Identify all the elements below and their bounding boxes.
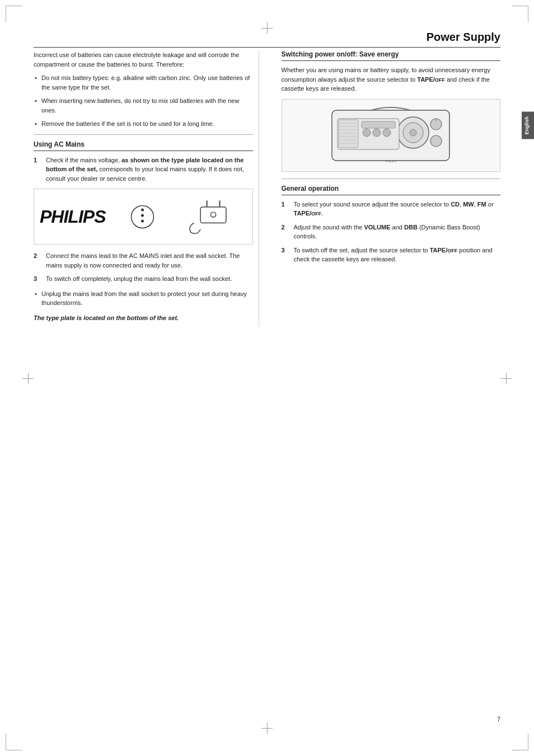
cross-mark-right <box>500 373 512 384</box>
divider-2 <box>282 179 501 179</box>
ac-step-2: 2 Connect the mains lead to the AC MAINS… <box>34 251 253 270</box>
right-column: Switching power on/off: Save energy Whet… <box>276 50 501 327</box>
bullet-list: Do not mix battery types: e.g. alkaline … <box>34 73 253 129</box>
svg-point-23 <box>373 129 381 137</box>
page-title-bar: Power Supply <box>34 31 500 48</box>
philips-shield-icon <box>130 204 155 229</box>
svg-point-3 <box>141 219 144 222</box>
list-item-thunderstorm: Unplug the mains lead from the wall sock… <box>34 289 253 308</box>
list-item: When inserting new batteries, do not try… <box>34 96 253 115</box>
left-column: Incorrect use of batteries can cause ele… <box>34 50 259 327</box>
list-item: Do not mix battery types: e.g. alkaline … <box>34 73 253 92</box>
svg-point-24 <box>383 129 391 137</box>
two-column-layout: Incorrect use of batteries can cause ele… <box>34 50 500 327</box>
content-area: Incorrect use of batteries can cause ele… <box>34 50 500 706</box>
general-step-1: 1 To select your sound source adjust the… <box>282 200 501 218</box>
svg-point-22 <box>363 129 371 137</box>
bullet-list-2: Unplug the mains lead from the wall sock… <box>34 289 253 308</box>
step-number: 1 <box>34 156 43 184</box>
step-number: 2 <box>34 251 43 270</box>
divider <box>34 134 253 135</box>
svg-point-7 <box>210 212 216 217</box>
svg-point-11 <box>410 129 416 136</box>
step-text: Adjust the sound with the VOLUME and DBB… <box>294 223 501 241</box>
device-image: PHILIPS <box>282 99 501 172</box>
step-number: 3 <box>34 274 43 284</box>
page-number: 7 <box>497 716 500 722</box>
device-illustration: PHILIPS <box>326 102 455 169</box>
switching-section-title: Switching power on/off: Save energy <box>282 50 501 61</box>
svg-rect-21 <box>362 121 395 128</box>
step-text: Check if the mains voltage, as shown on … <box>46 156 253 184</box>
ac-step-1: 1 Check if the mains voltage, as shown o… <box>34 156 253 184</box>
type-plate-note: The type plate is located on the bottom … <box>34 313 253 323</box>
svg-point-1 <box>141 208 144 211</box>
philips-brand-text: PHILIPS <box>40 206 105 227</box>
plug-illustration <box>180 194 247 239</box>
intro-text: Incorrect use of batteries can cause ele… <box>34 50 253 69</box>
ac-step-3: 3 To switch off completely, unplug the m… <box>34 274 253 284</box>
step-text: To select your sound source adjust the s… <box>294 200 501 218</box>
language-tab: English <box>522 112 534 139</box>
svg-text:PHILIPS: PHILIPS <box>386 159 397 163</box>
general-steps-list: 1 To select your sound source adjust the… <box>282 200 501 264</box>
philips-logo-box: PHILIPS <box>34 189 253 245</box>
general-step-2: 2 Adjust the sound with the VOLUME and D… <box>282 223 501 241</box>
ac-steps-list: 1 Check if the mains voltage, as shown o… <box>34 156 253 184</box>
svg-rect-4 <box>200 207 226 223</box>
svg-rect-13 <box>339 120 358 148</box>
general-section-title: General operation <box>282 185 501 195</box>
step-text: Connect the mains lead to the AC MAINS i… <box>46 251 253 270</box>
switching-text: Whether you are using mains or battery s… <box>282 65 501 93</box>
ac-section-title: Using AC Mains <box>34 140 253 151</box>
svg-point-2 <box>141 214 144 217</box>
step-number: 2 <box>282 223 291 241</box>
cross-mark-bottom <box>261 722 273 734</box>
general-step-3: 3 To switch off the set, adjust the sour… <box>282 246 501 264</box>
page-title: Power Supply <box>427 31 500 43</box>
svg-point-27 <box>430 135 442 147</box>
step-number: 3 <box>282 246 291 264</box>
step-text: To switch off completely, unplug the mai… <box>46 274 232 284</box>
cross-mark-left <box>22 373 34 384</box>
step-number: 1 <box>282 200 291 218</box>
corner-mark-tr <box>512 6 528 22</box>
corner-mark-br <box>512 734 528 750</box>
list-item: Remove the batteries if the set is not t… <box>34 119 253 129</box>
step-text: To switch off the set, adjust the source… <box>294 246 501 264</box>
ac-steps-list-continued: 2 Connect the mains lead to the AC MAINS… <box>34 251 253 284</box>
corner-mark-bl <box>6 734 22 750</box>
corner-mark-tl <box>6 6 22 22</box>
